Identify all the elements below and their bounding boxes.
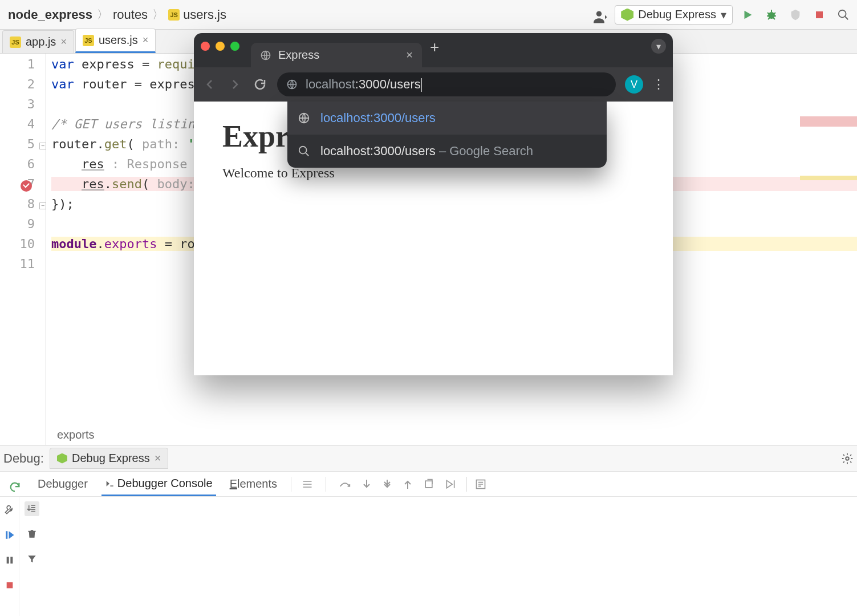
evaluate-expression-icon[interactable] (475, 479, 486, 490)
close-icon[interactable]: × (406, 48, 413, 62)
breakpoint-icon[interactable] (21, 180, 32, 192)
fold-icon[interactable]: − (39, 143, 46, 149)
globe-icon (286, 79, 298, 90)
run-configuration-selector[interactable]: Debug Express ▾ (615, 5, 733, 25)
run-to-cursor-icon[interactable] (445, 479, 456, 490)
toolbar-right: Debug Express ▾ (593, 5, 852, 25)
stop-debug-button[interactable] (2, 578, 17, 593)
stop-button[interactable] (810, 6, 828, 24)
debug-label: Debug: (3, 451, 44, 466)
fold-icon[interactable]: − (39, 202, 46, 209)
separator (291, 477, 291, 492)
line-number[interactable]: 10 (0, 237, 45, 257)
debug-session-label: Debug Express (72, 452, 150, 465)
svg-rect-9 (10, 557, 13, 564)
debug-control-rail (0, 497, 19, 616)
trash-icon[interactable] (25, 526, 39, 541)
line-number[interactable]: 5− (0, 137, 45, 157)
gutter[interactable]: 12345−678−91011 (0, 54, 46, 445)
new-tab-button[interactable]: + (430, 38, 439, 56)
line-number[interactable]: 11 (0, 257, 45, 277)
svg-point-4 (846, 457, 849, 460)
nodejs-icon (621, 9, 633, 21)
window-maximize-icon[interactable] (230, 42, 239, 51)
debug-body (0, 497, 857, 616)
breadcrumb-bottom[interactable]: exports (51, 425, 100, 445)
line-number[interactable]: 2 (0, 77, 45, 97)
suggestion-text: localhost:3000/users (320, 111, 436, 125)
breadcrumb-project[interactable]: node_express (5, 6, 96, 23)
wrench-icon[interactable] (2, 502, 17, 517)
page-body-text: Welcome to Express (222, 165, 644, 181)
suggestion-text: localhost:3000/users – Google Search (320, 144, 533, 159)
line-number[interactable]: 1 (0, 57, 45, 77)
window-close-icon[interactable] (201, 42, 210, 51)
separator (326, 477, 326, 492)
browser-toolbar: localhost:3000/users V ⋮ (194, 67, 673, 102)
editor-tab-label: app.js (26, 35, 56, 48)
debug-tab[interactable]: Debugger (34, 473, 91, 495)
js-file-icon: JS (83, 35, 94, 46)
address-suggestions: localhost:3000/users localhost:3000/user… (287, 102, 607, 168)
kebab-menu-icon[interactable]: ⋮ (652, 77, 665, 92)
threads-icon[interactable] (302, 479, 313, 490)
force-step-into-icon[interactable] (382, 479, 392, 490)
step-over-icon[interactable] (339, 479, 351, 490)
svg-point-3 (839, 10, 846, 17)
line-number[interactable]: 7 (0, 177, 45, 197)
forward-button[interactable] (227, 76, 243, 92)
filter-icon[interactable] (25, 552, 39, 566)
close-icon[interactable]: × (155, 452, 161, 465)
step-out-icon[interactable] (403, 479, 413, 490)
debug-button[interactable] (762, 6, 781, 24)
editor-tab[interactable]: JSusers.js× (75, 29, 156, 53)
window-controls (201, 42, 239, 51)
user-menu-icon[interactable] (593, 9, 609, 21)
drop-frame-icon[interactable] (423, 479, 434, 490)
line-number[interactable]: 6 (0, 157, 45, 177)
window-minimize-icon[interactable] (216, 42, 225, 51)
line-number[interactable]: 9 (0, 217, 45, 237)
search-button[interactable] (834, 6, 852, 24)
step-into-icon[interactable] (362, 479, 372, 490)
tab-dropdown-icon[interactable]: ▾ (651, 39, 666, 54)
chevron-down-icon: ▾ (721, 8, 726, 22)
line-number[interactable]: 8− (0, 197, 45, 217)
minimap[interactable] (800, 107, 857, 392)
minimap-error-marker[interactable] (800, 116, 857, 127)
debug-step-controls (294, 477, 464, 492)
rerun-button[interactable] (7, 480, 22, 495)
debug-tab[interactable]: Elements (226, 473, 281, 495)
close-icon[interactable]: × (60, 36, 67, 48)
suggestion-url[interactable]: localhost:3000/users (287, 102, 607, 135)
debug-session-tab[interactable]: Debug Express × (50, 448, 168, 469)
chevron-right-icon: 〉 (152, 7, 164, 22)
browser-tab[interactable]: Express × (251, 43, 422, 67)
back-button[interactable] (202, 76, 218, 92)
debug-rerun-rail (3, 474, 26, 495)
pause-button[interactable] (2, 553, 17, 568)
line-number[interactable]: 3 (0, 97, 45, 117)
profile-avatar[interactable]: V (625, 75, 643, 94)
breadcrumb-folder[interactable]: routes (109, 6, 151, 23)
search-icon (298, 145, 310, 157)
gear-icon[interactable] (841, 452, 854, 465)
suggestion-search[interactable]: localhost:3000/users – Google Search (287, 135, 607, 168)
svg-point-14 (299, 147, 307, 154)
svg-rect-8 (6, 557, 9, 564)
debug-tabs: DebuggerDebugger ConsoleElements (26, 472, 289, 496)
line-number[interactable]: 4 (0, 117, 45, 137)
close-icon[interactable]: × (143, 34, 149, 46)
resume-button[interactable] (2, 528, 17, 542)
editor-tab[interactable]: JSapp.js× (2, 30, 74, 53)
debug-console-output[interactable] (44, 497, 857, 616)
reload-button[interactable] (252, 76, 268, 92)
address-bar[interactable]: localhost:3000/users (277, 72, 616, 96)
debug-tab[interactable]: Debugger Console (101, 472, 216, 496)
svg-rect-7 (6, 531, 7, 539)
scroll-to-end-icon[interactable] (25, 501, 39, 516)
run-button[interactable] (738, 6, 757, 24)
coverage-button[interactable] (786, 6, 805, 24)
minimap-warning-marker[interactable] (800, 176, 857, 180)
breadcrumb-file[interactable]: JS users.js (165, 6, 230, 23)
